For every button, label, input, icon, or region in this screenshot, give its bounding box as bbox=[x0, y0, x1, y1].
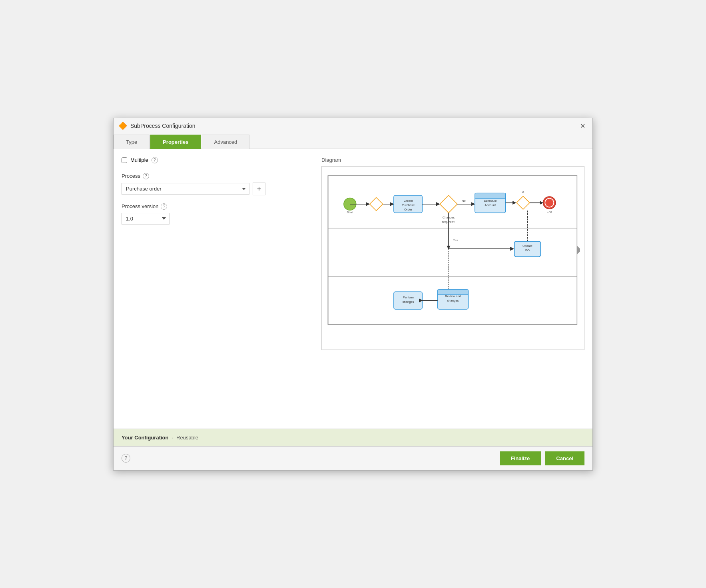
process-select[interactable]: Purchase order Sales order Expense repor… bbox=[122, 183, 249, 195]
svg-text:Account: Account bbox=[485, 203, 496, 207]
svg-text:Purchase: Purchase bbox=[402, 203, 415, 207]
svg-text:Yes: Yes bbox=[453, 238, 458, 242]
multiple-label: Multiple bbox=[130, 157, 148, 163]
tabs-bar: Type Properties Advanced bbox=[114, 134, 592, 149]
svg-text:Order: Order bbox=[404, 208, 412, 211]
svg-rect-44 bbox=[438, 289, 469, 294]
svg-text:Update: Update bbox=[523, 244, 532, 248]
diagram-container: Purchasing Department Purchase orders Ad… bbox=[321, 166, 584, 350]
multiple-checkbox[interactable] bbox=[122, 157, 127, 163]
svg-text:End: End bbox=[546, 210, 552, 213]
action-bar: ? Finalize Cancel bbox=[114, 446, 592, 470]
version-select[interactable]: 1.0 1.1 2.0 bbox=[122, 213, 170, 224]
version-select-row: 1.0 1.1 2.0 bbox=[122, 213, 313, 224]
tab-properties[interactable]: Properties bbox=[150, 135, 201, 149]
action-buttons: Finalize Cancel bbox=[500, 451, 584, 465]
process-help-icon[interactable]: ? bbox=[143, 173, 149, 179]
tab-advanced[interactable]: Advanced bbox=[202, 135, 250, 149]
svg-text:Create: Create bbox=[404, 199, 413, 203]
app-icon: 🔶 bbox=[118, 121, 127, 130]
svg-marker-14 bbox=[440, 195, 457, 213]
svg-text:No: No bbox=[462, 199, 466, 203]
tab-type[interactable]: Type bbox=[114, 135, 150, 149]
svg-text:Review and: Review and bbox=[445, 294, 461, 298]
add-process-button[interactable]: + bbox=[253, 183, 265, 195]
svg-marker-22 bbox=[517, 196, 530, 209]
subprocess-configuration-dialog: 🔶 SubProcess Configuration ✕ Type Proper… bbox=[113, 118, 593, 471]
svg-text:A: A bbox=[522, 190, 525, 194]
process-section: Process ? Purchase order Sales order Exp… bbox=[122, 173, 313, 195]
svg-text:Schedule: Schedule bbox=[484, 199, 497, 203]
svg-text:Perform: Perform bbox=[403, 295, 414, 299]
svg-rect-19 bbox=[475, 193, 506, 198]
svg-marker-9 bbox=[370, 197, 383, 211]
close-button[interactable]: ✕ bbox=[578, 121, 588, 131]
svg-point-25 bbox=[545, 198, 554, 207]
svg-text:changes: changes bbox=[403, 300, 414, 303]
cancel-button[interactable]: Cancel bbox=[545, 451, 584, 465]
config-separator: · bbox=[172, 435, 173, 441]
dialog-title: SubProcess Configuration bbox=[130, 123, 195, 129]
multiple-help-icon[interactable]: ? bbox=[152, 157, 158, 163]
process-version-label: Process version ? bbox=[122, 203, 313, 210]
svg-marker-1 bbox=[577, 246, 580, 254]
svg-text:PO: PO bbox=[525, 248, 530, 252]
footer-bar: Your Configuration · Reusable bbox=[114, 429, 592, 446]
diagram-label: Diagram bbox=[321, 157, 584, 163]
content-area: Multiple ? Process ? Purchase order Sale… bbox=[114, 149, 592, 429]
help-button[interactable]: ? bbox=[122, 454, 130, 463]
process-version-section: Process version ? 1.0 1.1 2.0 bbox=[122, 203, 313, 224]
svg-text:Start: Start bbox=[347, 210, 353, 214]
bpmn-diagram: Purchasing Department Purchase orders Ad… bbox=[326, 171, 580, 338]
right-panel: Diagram Purchasing Department Purchase o… bbox=[321, 157, 584, 421]
process-select-row: Purchase order Sales order Expense repor… bbox=[122, 183, 313, 195]
version-help-icon[interactable]: ? bbox=[161, 203, 167, 210]
left-panel: Multiple ? Process ? Purchase order Sale… bbox=[122, 157, 313, 421]
svg-text:changes: changes bbox=[447, 299, 459, 302]
config-label: Your Configuration bbox=[122, 435, 168, 441]
process-label: Process ? bbox=[122, 173, 313, 179]
finalize-button[interactable]: Finalize bbox=[500, 451, 541, 465]
title-bar: 🔶 SubProcess Configuration ✕ bbox=[114, 118, 592, 134]
config-type: Reusable bbox=[176, 435, 198, 441]
multiple-row: Multiple ? bbox=[122, 157, 313, 163]
